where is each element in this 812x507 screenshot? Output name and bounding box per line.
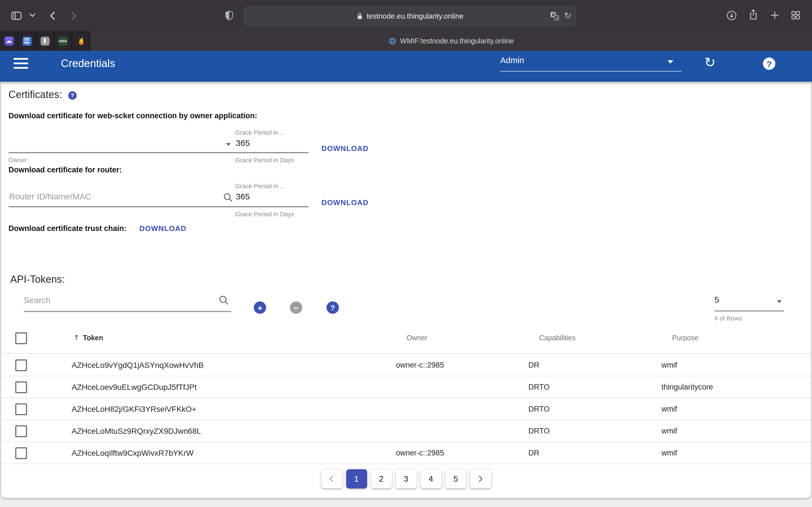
globe-favicon <box>388 37 396 45</box>
row-checkbox[interactable] <box>15 425 27 437</box>
tab-overview-icon[interactable] <box>790 10 801 21</box>
content-blocker-shield-icon[interactable] <box>223 10 235 21</box>
search-input[interactable] <box>24 295 210 305</box>
chevron-down-icon <box>668 60 673 64</box>
certificates-heading: Certificates: <box>8 89 62 101</box>
router-search-icon <box>223 193 233 202</box>
cell-capabilities: DRTO <box>528 427 550 435</box>
forward-button-icon[interactable] <box>66 9 80 22</box>
owner-select-caret-icon <box>226 143 231 146</box>
rows-select-caret-icon <box>777 300 781 303</box>
table-row[interactable]: AZHceLo9vYgdQ1jASYnqXowHvVhB owner-c::29… <box>1 354 811 376</box>
router-download-button[interactable]: DOWNLOAD <box>321 198 368 207</box>
row-checkbox[interactable] <box>15 403 27 415</box>
row-checkbox[interactable] <box>15 359 27 371</box>
pinned-tab-usda[interactable]: USDA <box>54 31 72 51</box>
table-row[interactable]: AZHceLoev9uELwgGCDupJ5fTfJPt DRTO thingu… <box>1 376 811 398</box>
remove-token-button[interactable]: − <box>290 301 302 314</box>
tab-strip: ☁ USDA <box>0 31 812 51</box>
downloads-icon[interactable] <box>726 10 738 21</box>
column-header-owner[interactable]: Owner <box>407 334 427 342</box>
column-header-purpose[interactable]: Purpose <box>672 334 698 342</box>
row-checkbox[interactable] <box>15 447 27 459</box>
grace-period-input[interactable] <box>236 138 269 148</box>
pagination-prev-button[interactable] <box>321 469 342 489</box>
cell-owner: owner-c::2985 <box>396 448 444 457</box>
column-header-token[interactable]: Token <box>83 334 103 342</box>
search-underline <box>24 311 231 312</box>
websocket-download-button[interactable]: DOWNLOAD <box>321 144 368 153</box>
pagination-page-button[interactable]: 5 <box>445 469 466 489</box>
cell-purpose: wmif <box>661 448 677 457</box>
cell-purpose: wmif <box>661 404 677 413</box>
select-all-checkbox[interactable] <box>15 332 27 344</box>
address-bar[interactable]: testnode.eu.thingularity.online A ★ ↻ <box>244 6 576 26</box>
share-icon[interactable] <box>747 8 760 21</box>
role-select-underline <box>500 71 681 71</box>
field-underline <box>8 152 308 153</box>
menu-hamburger-icon[interactable] <box>13 58 28 69</box>
add-token-button[interactable]: + <box>254 301 266 314</box>
sidebar-toggle-icon[interactable] <box>10 10 22 22</box>
pinned-tab-cloud[interactable]: ☁ <box>0 31 18 51</box>
rows-per-page-select[interactable]: 5 <box>714 295 784 309</box>
pinned-tab-docs[interactable] <box>18 31 36 51</box>
firebase-flame-icon <box>77 36 86 45</box>
cloud-app-icon: ☁ <box>4 36 13 45</box>
cell-purpose: wmif <box>661 360 677 369</box>
info-app-icon <box>40 36 49 45</box>
grace-period-label-top: Grace Period in ... <box>235 129 285 136</box>
owner-field-label: Owner <box>8 157 27 163</box>
role-select[interactable]: Admin <box>500 55 681 70</box>
rows-select-underline <box>714 311 784 311</box>
translate-icon[interactable]: A ★ <box>550 11 560 21</box>
new-tab-icon[interactable] <box>769 10 780 21</box>
row-checkbox[interactable] <box>15 381 27 393</box>
table-row[interactable]: AZHceLoqIlftw9CxpWivxR7bYKrW owner-c::29… <box>1 442 811 464</box>
column-header-capabilities[interactable]: Capabilities <box>539 334 575 342</box>
docs-app-icon <box>22 36 31 45</box>
url-text: testnode.eu.thingularity.online <box>366 12 463 20</box>
router-id-input[interactable] <box>9 191 195 201</box>
pagination-page-button[interactable]: 3 <box>396 469 416 489</box>
owner-select[interactable] <box>8 135 225 152</box>
router-cert-label: Download certificate for router: <box>8 166 122 174</box>
screen: testnode.eu.thingularity.online A ★ ↻ <box>0 0 812 507</box>
cell-capabilities: DR <box>528 360 539 369</box>
trust-chain-download-button[interactable]: DOWNLOAD <box>139 224 186 233</box>
pagination-next-button[interactable] <box>470 469 491 489</box>
tokens-help-icon[interactable]: ? <box>326 301 339 314</box>
pinned-tab-firebase[interactable] <box>72 31 90 51</box>
trust-chain-label: Download certificate trust chain: <box>8 224 126 233</box>
table-row[interactable]: AZHceLoH82j/GKFi3YRseiVFKkO+ DRTO wmif <box>1 398 811 420</box>
grace-period-input-2[interactable] <box>236 191 269 201</box>
back-button-icon[interactable] <box>46 9 60 22</box>
browser-toolbar: testnode.eu.thingularity.online A ★ ↻ <box>0 0 812 31</box>
sidebar-chevron-down-icon[interactable] <box>29 13 36 17</box>
pinned-tab-info[interactable] <box>36 31 54 51</box>
svg-text:★: ★ <box>555 16 559 20</box>
pagination-page-button[interactable]: 2 <box>371 469 392 489</box>
active-tab[interactable]: WMIF:testnode.eu.thingularity.online <box>90 31 812 51</box>
page-title: Credentials <box>61 57 115 70</box>
field-underline-2 <box>8 206 308 207</box>
pagination-page-button[interactable]: 1 <box>346 469 367 489</box>
cell-purpose: thingularitycore <box>661 383 713 391</box>
sort-ascending-icon[interactable]: ↑ <box>73 334 80 342</box>
cell-capabilities: DR <box>528 448 539 457</box>
cell-token: AZHceLo9vYgdQ1jASYnqXowHvVhB <box>71 360 204 369</box>
table-row[interactable]: AZHceLoMtuSz9RQrxyZX9DJwn68L DRTO wmif <box>1 420 811 442</box>
websocket-cert-label: Download certificate for web-scket conne… <box>8 112 257 120</box>
reload-page-icon[interactable]: ↻ <box>564 12 571 20</box>
header-help-icon[interactable]: ? <box>763 57 775 70</box>
refresh-icon[interactable]: ↻ <box>704 56 716 69</box>
api-tokens-heading: API-Tokens: <box>10 274 65 286</box>
cell-capabilities: DRTO <box>528 404 550 413</box>
pagination-page-button[interactable]: 4 <box>420 469 441 489</box>
app-header <box>0 51 812 82</box>
usda-icon: USDA <box>58 36 67 45</box>
certificates-help-icon[interactable]: ? <box>68 91 77 100</box>
pagination: 1 2 3 4 5 <box>1 469 811 489</box>
grace-period-label-top-2: Grace Period in ... <box>235 182 285 189</box>
cell-token: AZHceLoqIlftw9CxpWivxR7bYKrW <box>71 448 194 457</box>
